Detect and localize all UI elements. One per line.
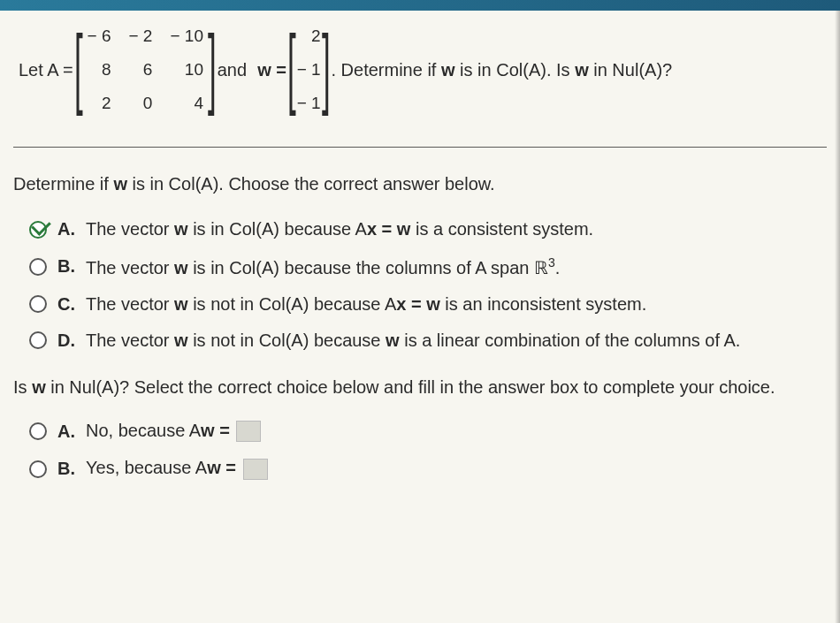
w-bold: w <box>174 219 188 239</box>
option-text: The vector w is not in Col(A) because Ax… <box>86 294 646 315</box>
q2-post: in Nul(A)? Select the correct choice bel… <box>50 377 775 397</box>
q2-prompt: Is w in Nul(A)? Select the correct choic… <box>13 377 827 398</box>
w-bold: w <box>174 258 188 277</box>
option-text: Yes, because Aw = <box>86 458 268 480</box>
answer-box[interactable] <box>236 421 261 442</box>
w-cell: − 1 <box>292 87 326 120</box>
a-cell: 6 <box>119 53 161 87</box>
opt-mid: is not in Col(A) because A <box>193 294 396 314</box>
tail1: . Determine if <box>331 60 436 80</box>
question-content: Let A = [ − 6− 2− 10 8610 204 ] and w = … <box>0 11 840 505</box>
w-bold: w <box>386 330 400 350</box>
option-letter: B. <box>57 459 77 479</box>
a-cell: 8 <box>79 53 120 87</box>
vector-w: 2 − 1 − 1 <box>292 19 326 120</box>
opt-pre: The vector <box>86 330 169 350</box>
opt-pre: The vector <box>86 294 169 314</box>
w-bold: w <box>441 60 455 80</box>
opt-text: No, because A <box>86 421 201 440</box>
answer-box[interactable] <box>243 459 268 480</box>
a-cell: − 2 <box>119 19 161 53</box>
and-text: and <box>218 60 247 80</box>
vector-w-right-bracket: ] <box>322 18 331 115</box>
let-a-text: Let A = <box>19 60 73 80</box>
opt-eq: x = w <box>367 219 410 239</box>
radio-icon[interactable] <box>29 331 47 349</box>
opt-mid: is not in Col(A) because <box>193 330 380 350</box>
q1-options: A. The vector w is in Col(A) because Ax … <box>13 219 827 351</box>
opt-mid: is in Col(A) because the columns of A sp… <box>193 258 548 277</box>
w-cell: − 1 <box>292 53 326 87</box>
q1-option-c[interactable]: C. The vector w is not in Col(A) because… <box>29 294 827 315</box>
w-bold: w <box>174 330 188 350</box>
option-letter: B. <box>57 256 77 277</box>
a-cell: 10 <box>161 53 212 87</box>
opt-text: Yes, because A <box>86 458 207 477</box>
problem-statement: Let A = [ − 6− 2− 10 8610 204 ] and w = … <box>13 19 827 120</box>
w-bold: w <box>174 294 188 314</box>
opt-post: . <box>555 258 561 277</box>
a-cell: 2 <box>79 87 120 120</box>
opt-post: is an inconsistent system. <box>445 294 646 314</box>
option-letter: C. <box>57 294 77 315</box>
opt-sup: 3 <box>548 255 555 270</box>
q2-option-a[interactable]: A. No, because Aw = <box>29 421 827 443</box>
opt-pre: The vector <box>86 219 169 239</box>
option-text: The vector w is in Col(A) because the co… <box>86 255 560 278</box>
w-cell: 2 <box>292 19 326 53</box>
option-text: The vector w is not in Col(A) because w … <box>86 330 740 351</box>
q1-option-b[interactable]: B. The vector w is in Col(A) because the… <box>29 255 827 278</box>
opt-eq: w = <box>207 458 236 477</box>
q1-pre: Determine if <box>13 174 109 194</box>
q1-option-d[interactable]: D. The vector w is not in Col(A) because… <box>29 330 827 351</box>
matrix-a-left-bracket: [ <box>74 18 83 115</box>
tail3: in Nul(A)? <box>593 60 672 80</box>
q2-option-b[interactable]: B. Yes, because Aw = <box>29 458 827 480</box>
vector-w-left-bracket: [ <box>287 18 296 115</box>
w-bold: w <box>32 377 46 397</box>
w-bold: w <box>113 174 127 194</box>
w-bold: w <box>575 60 589 80</box>
q1-option-a[interactable]: A. The vector w is in Col(A) because Ax … <box>29 219 827 239</box>
opt-eq: w = <box>201 421 230 440</box>
radio-icon[interactable] <box>29 422 47 440</box>
opt-post: is a consistent system. <box>416 219 593 239</box>
w-eq-text: w = <box>257 60 286 80</box>
q1-prompt: Determine if w is in Col(A). Choose the … <box>13 174 827 194</box>
radio-icon[interactable] <box>29 295 47 313</box>
matrix-a: − 6− 2− 10 8610 204 <box>79 19 212 120</box>
window-top-bar <box>0 0 840 11</box>
tail-text: . Determine if w is in Col(A). Is w in N… <box>331 60 672 80</box>
page-shadow <box>835 11 840 623</box>
opt-post: is a linear combination of the columns o… <box>404 330 740 350</box>
option-text: The vector w is in Col(A) because Ax = w… <box>86 219 593 239</box>
option-letter: A. <box>57 219 77 239</box>
option-text: No, because Aw = <box>86 421 261 443</box>
opt-mid: is in Col(A) because A <box>193 219 367 239</box>
section-divider <box>13 147 827 148</box>
radio-selected-icon[interactable] <box>29 221 47 239</box>
matrix-a-right-bracket: ] <box>208 18 217 115</box>
w-bold: w = <box>257 60 286 80</box>
q2-options: A. No, because Aw = B. Yes, because Aw = <box>13 421 827 480</box>
a-cell: − 6 <box>79 19 120 53</box>
q2-pre: Is <box>13 377 27 397</box>
radio-icon[interactable] <box>29 258 47 276</box>
radio-icon[interactable] <box>29 460 47 478</box>
a-cell: − 10 <box>161 19 212 53</box>
option-letter: D. <box>57 330 77 351</box>
q1-mid: is in Col(A). Choose the correct answer … <box>133 174 495 194</box>
a-cell: 4 <box>161 87 212 120</box>
option-letter: A. <box>57 422 77 442</box>
a-cell: 0 <box>119 87 161 120</box>
opt-pre: The vector <box>86 258 169 277</box>
opt-eq: x = w <box>396 294 439 314</box>
tail2: is in Col(A). Is <box>460 60 569 80</box>
